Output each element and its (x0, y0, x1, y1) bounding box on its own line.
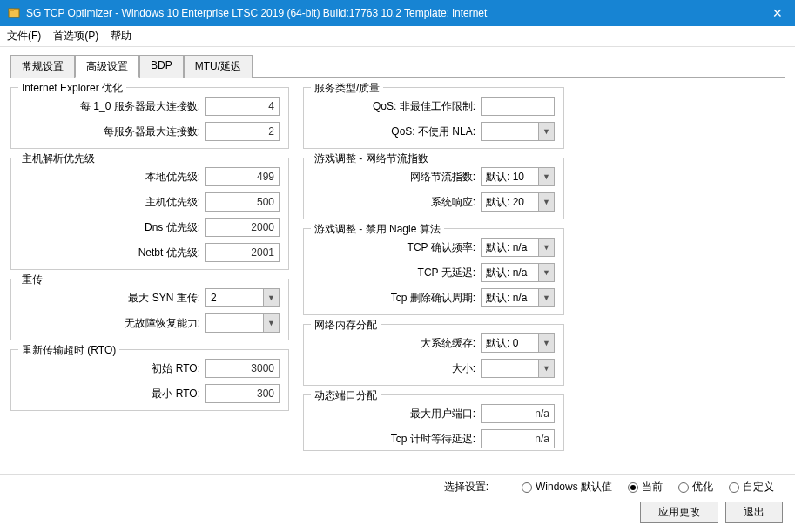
field-label: TCP 确认频率: (408, 240, 475, 255)
large-cache-select[interactable]: 默认: 0 ▼ (481, 333, 555, 353)
group-title: 网络内存分配 (311, 318, 381, 333)
tab-general[interactable]: 常规设置 (10, 55, 75, 78)
chevron-down-icon: ▼ (263, 289, 279, 306)
recovery-select[interactable]: ▼ (205, 313, 280, 333)
field-label: 最大用户端口: (410, 407, 475, 421)
chevron-down-icon: ▼ (538, 193, 554, 211)
field-label: Tcp 计时等待延迟: (391, 432, 475, 447)
group-title: 游戏调整 - 禁用 Nagle 算法 (311, 222, 444, 237)
chevron-down-icon: ▼ (538, 239, 554, 256)
apply-button[interactable]: 应用更改 (640, 502, 718, 523)
size-select[interactable]: ▼ (481, 359, 555, 378)
dns-priority-input[interactable] (205, 218, 280, 237)
radio-custom[interactable]: 自定义 (729, 480, 774, 495)
field-label: 本地优先级: (145, 170, 200, 185)
chevron-down-icon: ▼ (538, 123, 554, 140)
netbt-priority-input[interactable] (205, 243, 280, 262)
timewait-delay-input[interactable] (481, 429, 555, 448)
field-label: 无故障恢复能力: (125, 316, 200, 331)
per-server-input[interactable] (205, 122, 280, 141)
field-label: Tcp 删除确认周期: (391, 291, 475, 306)
group-title: 游戏调整 - 网络节流指数 (311, 152, 432, 166)
group-retransmit: 重传 最大 SYN 重传: 2 ▼ 无故障恢复能力: ▼ (10, 279, 289, 340)
local-priority-input[interactable] (205, 167, 280, 186)
max-syn-select[interactable]: 2 ▼ (205, 288, 280, 307)
titlebar: SG TCP Optimizer - Windows 10 Enterprise… (0, 0, 795, 26)
no-delay-select[interactable]: 默认: n/a ▼ (481, 263, 555, 282)
field-label: QoS: 非最佳工作限制: (373, 99, 475, 114)
radio-icon (628, 482, 638, 493)
field-label: Dns 优先级: (145, 220, 200, 235)
radio-current[interactable]: 当前 (628, 480, 663, 495)
max-user-port-input[interactable] (481, 404, 555, 423)
exit-button[interactable]: 退出 (725, 502, 783, 523)
group-throttle: 游戏调整 - 网络节流指数 网络节流指数: 默认: 10 ▼ 系统响应: 默认:… (303, 158, 564, 219)
radio-icon (729, 482, 739, 493)
host-priority-input[interactable] (205, 192, 280, 212)
min-rto-input[interactable] (205, 384, 280, 403)
bottom-bar: 选择设置: Windows 默认值 当前 优化 自定义 应用更改 退出 (0, 474, 795, 532)
radio-optimize[interactable]: 优化 (678, 480, 713, 495)
field-label: QoS: 不使用 NLA: (391, 125, 475, 139)
tabs: 常规设置 高级设置 BDP MTU/延迟 (10, 54, 785, 78)
group-host-resolution: 主机解析优先级 本地优先级: 主机优先级: Dns 优先级: Netbt 优先级… (10, 158, 289, 270)
throttle-index-select[interactable]: 默认: 10 ▼ (481, 167, 555, 186)
group-title: 动态端口分配 (311, 388, 381, 403)
per10-input[interactable] (205, 97, 280, 116)
qos-nonbest-input[interactable] (481, 97, 555, 116)
tab-mtu[interactable]: MTU/延迟 (184, 55, 253, 78)
group-ie-optimize: Internet Explorer 优化 每 1_0 服务器最大连接数: 每服务… (10, 87, 289, 149)
field-label: Netbt 优先级: (138, 246, 200, 260)
content-area: 常规设置 高级设置 BDP MTU/延迟 Internet Explorer 优… (0, 47, 795, 467)
del-ack-select[interactable]: 默认: n/a ▼ (481, 288, 555, 307)
chevron-down-icon: ▼ (538, 289, 554, 306)
field-label: 系统响应: (431, 195, 475, 210)
svg-rect-1 (9, 9, 14, 11)
field-label: 网络节流指数: (410, 170, 475, 185)
menu-prefs[interactable]: 首选项(P) (53, 29, 98, 44)
window-title: SG TCP Optimizer - Windows 10 Enterprise… (26, 7, 767, 19)
system-response-select[interactable]: 默认: 20 ▼ (481, 192, 555, 212)
group-dynamic-port: 动态端口分配 最大用户端口: Tcp 计时等待延迟: (303, 394, 564, 451)
init-rto-input[interactable] (205, 359, 280, 378)
group-title: 服务类型/质量 (311, 81, 383, 96)
radio-windows-default[interactable]: Windows 默认值 (522, 480, 612, 495)
field-label: 主机优先级: (145, 195, 200, 210)
tab-advanced[interactable]: 高级设置 (75, 55, 139, 78)
group-rto: 重新传输超时 (RTO) 初始 RTO: 最小 RTO: (10, 349, 289, 411)
group-title: 重传 (18, 273, 46, 287)
radio-icon (522, 482, 532, 493)
qos-nla-select[interactable]: ▼ (481, 122, 555, 141)
chevron-down-icon: ▼ (538, 168, 554, 185)
chevron-down-icon: ▼ (263, 314, 279, 332)
chevron-down-icon: ▼ (538, 334, 554, 352)
group-title: 重新传输超时 (RTO) (18, 343, 119, 358)
field-label: 大系统缓存: (421, 336, 475, 351)
field-label: 初始 RTO: (152, 361, 200, 376)
field-label: 最小 RTO: (152, 387, 200, 401)
radio-icon (678, 482, 689, 493)
group-nagle: 游戏调整 - 禁用 Nagle 算法 TCP 确认频率: 默认: n/a ▼ T… (303, 228, 564, 315)
group-qos: 服务类型/质量 QoS: 非最佳工作限制: QoS: 不使用 NLA: ▼ (303, 87, 564, 149)
chevron-down-icon: ▼ (538, 360, 554, 377)
field-label: 每服务器最大连接数: (104, 125, 200, 139)
menu-help[interactable]: 帮助 (111, 29, 131, 44)
field-label: 每 1_0 服务器最大连接数: (80, 99, 200, 114)
select-settings-label: 选择设置: (444, 480, 488, 495)
menubar: 文件(F) 首选项(P) 帮助 (0, 26, 795, 47)
tab-bdp[interactable]: BDP (139, 55, 184, 78)
field-label: 大小: (452, 361, 475, 376)
chevron-down-icon: ▼ (538, 264, 554, 281)
group-title: 主机解析优先级 (18, 152, 98, 166)
field-label: TCP 无延迟: (418, 266, 475, 280)
group-title: Internet Explorer 优化 (18, 81, 126, 96)
app-icon (7, 6, 21, 20)
ack-freq-select[interactable]: 默认: n/a ▼ (481, 238, 555, 257)
close-button[interactable]: ✕ (767, 6, 788, 20)
menu-file[interactable]: 文件(F) (7, 29, 41, 44)
group-memory: 网络内存分配 大系统缓存: 默认: 0 ▼ 大小: ▼ (303, 324, 564, 386)
field-label: 最大 SYN 重传: (128, 291, 200, 306)
